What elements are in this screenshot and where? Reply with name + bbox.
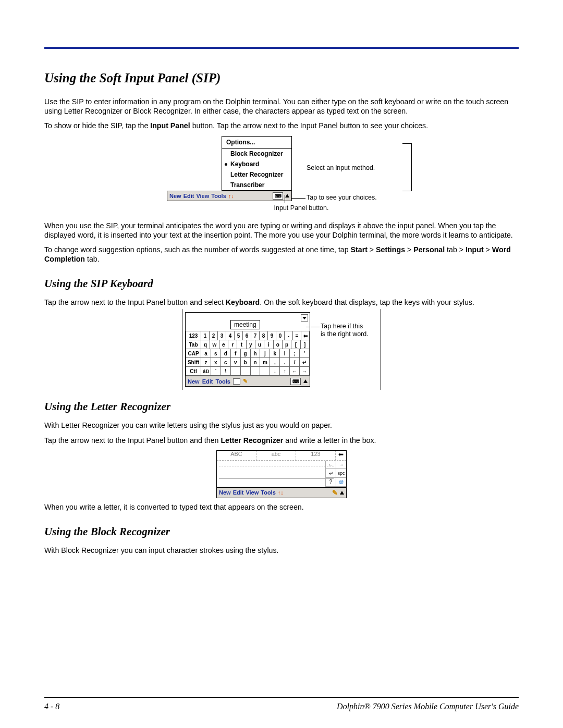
key-o[interactable]: o xyxy=(274,340,283,349)
key-j[interactable]: j xyxy=(260,349,270,358)
menu-transcriber[interactable]: Transcriber xyxy=(222,180,291,190)
at-icon[interactable]: @ xyxy=(336,478,346,487)
key-;[interactable]: ; xyxy=(290,349,300,358)
key-x[interactable]: x xyxy=(211,358,221,367)
nav-right-icon[interactable]: → xyxy=(336,461,346,470)
key-7[interactable]: 7 xyxy=(251,331,260,340)
key-h[interactable]: h xyxy=(251,349,261,358)
input-panel-button[interactable]: ⌨ xyxy=(273,192,283,200)
lr-edit[interactable]: Edit xyxy=(233,489,244,496)
input-panel-arrow-icon[interactable] xyxy=(303,379,308,383)
key-c[interactable]: c xyxy=(221,358,231,367)
key-.[interactable]: . xyxy=(280,358,290,367)
key-l[interactable]: l xyxy=(280,349,290,358)
word-suggestion[interactable]: meeting xyxy=(230,320,260,329)
key-=[interactable]: = xyxy=(293,331,301,340)
key-q[interactable]: q xyxy=(201,340,210,349)
menu-keyboard[interactable]: Keyboard xyxy=(222,159,291,169)
key-g[interactable]: g xyxy=(241,349,251,358)
key-][interactable]: ] xyxy=(301,340,310,349)
tb-new[interactable]: New xyxy=(169,193,181,199)
key-[[interactable]: [ xyxy=(291,340,300,349)
nav-left-icon[interactable]: ← xyxy=(326,461,336,470)
help-icon[interactable]: ? xyxy=(326,478,336,487)
key-v[interactable]: v xyxy=(231,358,241,367)
updown-icon[interactable]: ↑↓ xyxy=(228,193,234,199)
zone-123[interactable]: 123 xyxy=(296,451,336,460)
key-2[interactable]: 2 xyxy=(210,331,218,340)
key-t[interactable]: t xyxy=(237,340,246,349)
abc-icon[interactable] xyxy=(233,378,240,385)
key-→[interactable]: → xyxy=(300,367,310,376)
key-m[interactable]: m xyxy=(260,358,270,367)
key-CAP[interactable]: CAP xyxy=(186,349,201,358)
updown-icon[interactable]: ↑↓ xyxy=(278,489,284,496)
key-↵[interactable]: ↵ xyxy=(300,358,310,367)
key-e[interactable]: e xyxy=(219,340,228,349)
key-Ctl[interactable]: Ctl xyxy=(186,367,201,376)
key-8[interactable]: 8 xyxy=(260,331,268,340)
pen-icon[interactable]: ✎ xyxy=(332,489,338,497)
lr-tools[interactable]: Tools xyxy=(261,489,276,496)
space-key[interactable]: spc xyxy=(336,469,346,478)
input-panel-arrow-icon[interactable] xyxy=(285,194,289,198)
enter-icon[interactable]: ↵ xyxy=(326,469,336,478)
key-1[interactable]: 1 xyxy=(201,331,210,340)
key-,[interactable]: , xyxy=(270,358,280,367)
key-←[interactable]: ← xyxy=(290,367,300,376)
kb-tools[interactable]: Tools xyxy=(215,378,230,385)
tb-edit[interactable]: Edit xyxy=(183,193,194,199)
key-b[interactable]: b xyxy=(241,358,251,367)
writing-area[interactable]: ← ↵ ? → spc @ xyxy=(217,460,346,487)
lr-view[interactable]: View xyxy=(246,489,259,496)
input-panel-arrow-icon[interactable] xyxy=(340,491,344,495)
key-u[interactable]: u xyxy=(255,340,264,349)
key-áü[interactable]: áü xyxy=(201,367,211,376)
key-5[interactable]: 5 xyxy=(235,331,243,340)
key-p[interactable]: p xyxy=(283,340,291,349)
key-Tab[interactable]: Tab xyxy=(186,340,201,349)
key--[interactable]: - xyxy=(285,331,293,340)
kb-new[interactable]: New xyxy=(188,378,200,385)
menu-block-recognizer[interactable]: Block Recognizer xyxy=(222,149,291,159)
tb-tools[interactable]: Tools xyxy=(211,193,226,199)
key-↓[interactable]: ↓ xyxy=(270,367,280,376)
key-'[interactable]: ' xyxy=(300,349,310,358)
key-0[interactable]: 0 xyxy=(276,331,285,340)
kb-edit[interactable]: Edit xyxy=(202,378,213,385)
key-w[interactable]: w xyxy=(210,340,219,349)
key-Shift[interactable]: Shift xyxy=(186,358,201,367)
key-s[interactable]: s xyxy=(211,349,221,358)
key-⬅[interactable]: ⬅ xyxy=(301,331,310,340)
zone-ABC[interactable]: ABC xyxy=(217,451,256,460)
key-k[interactable]: k xyxy=(270,349,280,358)
key-\[interactable]: \ xyxy=(221,367,231,376)
key-3[interactable]: 3 xyxy=(218,331,226,340)
key-9[interactable]: 9 xyxy=(268,331,276,340)
key-r[interactable]: r xyxy=(228,340,237,349)
key-n[interactable]: n xyxy=(251,358,261,367)
key-6[interactable]: 6 xyxy=(243,331,251,340)
backspace-icon[interactable]: ⬅ xyxy=(336,451,346,460)
suggestion-dropdown-icon[interactable] xyxy=(301,314,308,322)
key-space[interactable] xyxy=(231,367,241,376)
menu-letter-recognizer[interactable]: Letter Recognizer xyxy=(222,169,291,180)
key-space[interactable] xyxy=(251,367,261,376)
key-↑[interactable]: ↑ xyxy=(280,367,290,376)
key-123[interactable]: 123 xyxy=(186,331,201,340)
key-4[interactable]: 4 xyxy=(226,331,235,340)
key-i[interactable]: i xyxy=(264,340,273,349)
key-space[interactable] xyxy=(260,367,270,376)
key-z[interactable]: z xyxy=(201,358,211,367)
key-space[interactable] xyxy=(241,367,251,376)
key-/[interactable]: / xyxy=(290,358,300,367)
tb-view[interactable]: View xyxy=(196,193,209,199)
key-a[interactable]: a xyxy=(201,349,211,358)
key-y[interactable]: y xyxy=(247,340,255,349)
key-f[interactable]: f xyxy=(231,349,241,358)
input-panel-button[interactable]: ⌨ xyxy=(290,378,301,385)
key-`[interactable]: ` xyxy=(211,367,221,376)
key-d[interactable]: d xyxy=(221,349,231,358)
zone-abc[interactable]: abc xyxy=(256,451,296,460)
pen-icon[interactable]: ✎ xyxy=(243,378,248,385)
